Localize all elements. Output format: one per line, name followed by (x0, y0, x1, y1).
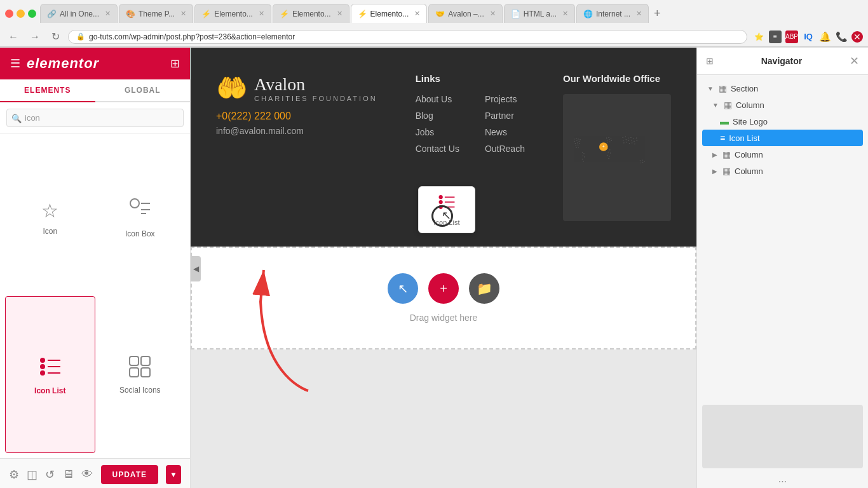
svg-point-4 (40, 358, 45, 363)
widget-icon-list-symbol (39, 354, 62, 381)
chevron-right-icon[interactable]: ▶ (712, 151, 717, 158)
svg-rect-70 (629, 143, 630, 144)
link-partner[interactable]: Partner (485, 111, 525, 121)
navigator-item-column-3[interactable]: ▶ ▦ Column (702, 163, 863, 179)
tab-global[interactable]: GLOBAL (95, 79, 191, 101)
hamburger-menu-icon[interactable]: ☰ (10, 57, 20, 71)
browser-tab[interactable]: 🔗 All in One... ✕ (40, 4, 118, 23)
ssl-icon: 🔒 (76, 32, 85, 41)
tab-close-btn[interactable]: ✕ (414, 10, 420, 18)
chevron-right-icon[interactable]: ▶ (712, 168, 717, 175)
navigator-item-icon-list[interactable]: ≡ Icon List (702, 130, 863, 146)
tab-elements[interactable]: ELEMENTS (0, 79, 95, 102)
widget-icon-box[interactable]: Icon Box (95, 139, 186, 296)
link-outreach[interactable]: OutReach (485, 144, 525, 154)
svg-rect-42 (608, 137, 609, 138)
browser-tab-active[interactable]: ⚡ Elemento... ✕ (351, 4, 428, 23)
link-blog[interactable]: Blog (416, 111, 459, 121)
ext-icon-5[interactable]: 📞 (835, 30, 848, 43)
svg-rect-33 (576, 147, 576, 148)
svg-rect-31 (575, 145, 576, 146)
layers-icon[interactable]: ◫ (27, 468, 37, 482)
link-contact-us[interactable]: Contact Us (416, 144, 459, 154)
update-dropdown-btn[interactable]: ▼ (166, 465, 181, 484)
widget-drag-btn-blue[interactable]: ↖ (388, 273, 418, 304)
close-window-btn[interactable] (5, 10, 13, 18)
tab-close-btn[interactable]: ✕ (562, 10, 568, 18)
svg-rect-69 (626, 142, 627, 142)
chevron-down-icon[interactable]: ▼ (707, 85, 714, 92)
tab-favicon: 🔗 (47, 10, 57, 18)
ext-icon-3[interactable]: IQ (802, 30, 815, 43)
window-controls (5, 10, 36, 18)
preview-icon[interactable]: 🖥 (62, 468, 74, 481)
footer-contact-info: +0(222) 222 000 info@avalon.mail.com (216, 111, 377, 136)
svg-rect-62 (623, 140, 623, 140)
back-btn[interactable]: ← (5, 30, 22, 44)
link-about-us[interactable]: About Us (416, 94, 459, 104)
tab-close-btn[interactable]: ✕ (636, 10, 642, 18)
maximize-window-btn[interactable] (28, 10, 36, 18)
ext-icon-4[interactable]: 🔔 (818, 30, 831, 43)
link-jobs[interactable]: Jobs (416, 127, 459, 137)
tab-label: Elemento... (370, 10, 409, 18)
tab-label: Internet ... (596, 10, 630, 18)
navigator-close-btn[interactable]: ✕ (850, 54, 859, 68)
widget-drag-btn-folder[interactable]: 📁 (469, 273, 499, 304)
responsive-icon[interactable]: 👁 (81, 468, 93, 481)
navigator-item-column-2[interactable]: ▶ ▦ Column (702, 146, 863, 163)
svg-rect-38 (584, 156, 585, 157)
nav-column-1-label: Column (736, 100, 764, 110)
svg-rect-35 (582, 152, 583, 152)
widget-drag-btn-add[interactable]: + (428, 273, 459, 304)
ext-icon-6[interactable]: ✕ (851, 31, 863, 43)
widget-icon-list[interactable]: Icon List (5, 296, 95, 453)
browser-addressbar: ← → ↻ 🔒 go-tuts.com/wp-admin/post.php?po… (0, 27, 868, 47)
tab-close-btn[interactable]: ✕ (259, 10, 264, 18)
browser-tab[interactable]: ⚡ Elemento... ✕ (194, 4, 271, 23)
navigator-item-column-1[interactable]: ▼ ▦ Column (702, 97, 863, 113)
collapse-sidebar-btn[interactable]: ◀ (191, 256, 201, 281)
navigator-item-section[interactable]: ▼ ▦ Section (702, 80, 863, 97)
minimize-window-btn[interactable] (17, 10, 25, 18)
ext-icon-2[interactable]: ABP (785, 30, 798, 43)
browser-tab[interactable]: 🤝 Avalon –... ✕ (428, 4, 502, 23)
browser-tab[interactable]: 🌐 Internet ... ✕ (576, 4, 649, 23)
widget-social-icons[interactable]: Social Icons (95, 296, 186, 453)
reload-btn[interactable]: ↻ (48, 29, 63, 44)
bookmark-btn[interactable]: ⭐ (752, 30, 765, 43)
chevron-down-icon[interactable]: ▼ (712, 102, 719, 109)
browser-tab[interactable]: 🎨 Theme P... ✕ (119, 4, 193, 23)
ext-icon-1[interactable]: ≡ (769, 30, 782, 43)
svg-rect-40 (583, 161, 583, 161)
tab-favicon: ⚡ (201, 10, 211, 18)
widget-icon[interactable]: ☆ Icon (5, 139, 95, 296)
browser-tab[interactable]: ⚡ Elemento... ✕ (273, 4, 349, 23)
widget-icon-box-symbol (128, 197, 151, 224)
navigator-expand-icon[interactable]: ⊞ (706, 56, 714, 66)
footer-links-cols: About Us Blog Jobs Contact Us Projects P… (416, 94, 525, 160)
undo-icon[interactable]: ↺ (45, 468, 55, 482)
tab-close-btn[interactable]: ✕ (337, 10, 342, 18)
site-logo-subtitle: CHARITIES FOUNDATION (254, 95, 377, 102)
link-projects[interactable]: Projects (485, 94, 525, 104)
new-tab-btn[interactable]: + (650, 7, 665, 20)
svg-rect-37 (583, 156, 583, 156)
tab-close-btn[interactable]: ✕ (105, 10, 111, 18)
svg-rect-34 (578, 147, 579, 147)
link-news[interactable]: News (485, 127, 525, 137)
update-btn[interactable]: UPDATE (101, 465, 158, 484)
widget-icon-symbol: ☆ (41, 200, 58, 222)
navigator-item-site-logo[interactable]: ▬ Site Logo (702, 113, 863, 130)
world-map-svg: + (563, 94, 671, 221)
tab-close-btn[interactable]: ✕ (490, 10, 496, 18)
history-icon[interactable]: ⚙ (9, 468, 19, 482)
widget-icon-list-label: Icon List (34, 386, 65, 395)
tab-close-btn[interactable]: ✕ (180, 10, 186, 18)
address-bar[interactable]: 🔒 go-tuts.com/wp-admin/post.php?post=236… (68, 30, 747, 44)
search-input[interactable] (6, 109, 184, 127)
grid-view-icon[interactable]: ⊞ (170, 57, 180, 71)
forward-btn[interactable]: → (27, 30, 43, 44)
svg-point-8 (40, 370, 45, 376)
browser-tab[interactable]: 📄 HTML a... ✕ (504, 4, 575, 23)
